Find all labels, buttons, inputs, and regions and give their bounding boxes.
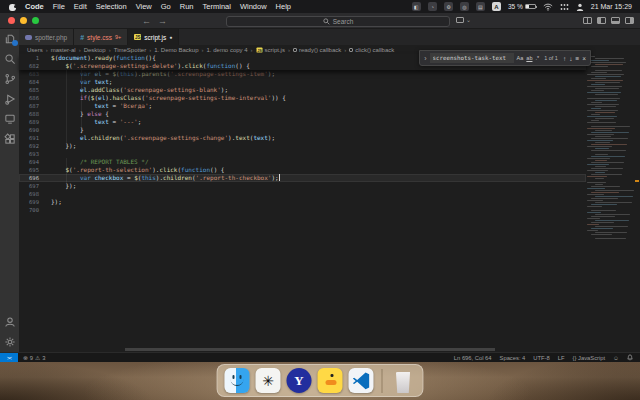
search-sidebar-icon[interactable] [3,52,17,65]
menu-go[interactable]: Go [161,2,171,11]
whole-word-icon[interactable]: ab [526,55,532,61]
breadcrumb-item[interactable]: master-al [51,47,76,53]
remote-explorer-icon[interactable] [3,112,17,125]
encoding-status[interactable]: UTF-8 [533,355,549,361]
code-line-700[interactable]: 700 [19,206,586,214]
apple-menu-icon[interactable] [8,3,16,11]
code-line-689[interactable]: 689 text = '---'; [19,118,586,126]
breadcrumb-item[interactable]: Desktop [84,47,106,53]
toggle-primary-sidebar-icon[interactable] [597,17,606,24]
find-in-selection-icon[interactable]: ≡ [575,55,579,62]
breadcrumb-item[interactable]: 1. Demo Backup [154,47,198,53]
breadcrumb-item[interactable]: 1. demo copy 4 [207,47,248,53]
code-line-690[interactable]: 690 } [19,126,586,134]
source-control-icon[interactable] [3,72,17,85]
input-source-icon[interactable]: A [492,2,501,11]
status-menu-icon-3[interactable]: ◎ [460,2,469,11]
explorer-icon[interactable] [3,32,17,45]
menu-terminal[interactable]: Terminal [203,2,231,11]
eol-status[interactable]: LF [558,355,565,361]
customize-layout-icon[interactable] [583,17,592,24]
menu-window[interactable]: Window [240,2,267,11]
code-line-696[interactable]: 696 var checkbox = $(this).children('.re… [19,174,586,182]
code-line-683[interactable]: 683 var el = $(this).parents('.screenpag… [19,70,586,78]
editor[interactable]: 1$(document).ready(function(){682 $('.sc… [19,54,640,347]
user-menu-icon[interactable] [576,3,584,11]
go-forward-icon[interactable]: → [158,13,167,29]
code-line-688[interactable]: 688 } else { [19,110,586,118]
code-line-686[interactable]: 686 if($(el).hasClass('screenpage-settin… [19,94,586,102]
code-line-685[interactable]: 685 el.addClass('screenpage-settings-bla… [19,86,586,94]
remote-indicator[interactable]: >< [0,353,18,362]
next-match-icon[interactable]: ↓ [569,55,572,62]
dock-chatgpt-icon[interactable]: ✳ [256,368,281,393]
dock-yandex-browser-icon[interactable]: Y [287,368,312,393]
control-center-icon[interactable] [560,3,569,11]
dock-trash-icon[interactable] [391,368,416,393]
menu-view[interactable]: View [136,2,152,11]
account-icon[interactable] [3,315,17,328]
menu-selection[interactable]: Selection [96,2,127,11]
problems-status[interactable]: ⊗ 9 ⚠ 3 [23,355,46,361]
code-line-694[interactable]: 694 /* REPORT TABLES */ [19,158,586,166]
code-line-698[interactable]: 698 [19,190,586,198]
breadcrumb-item[interactable]: ready() callback [293,47,341,53]
status-menu-gear-icon[interactable]: ⚙ [444,2,453,11]
code-line-697[interactable]: 697 }); [19,182,586,190]
dock-finder-icon[interactable] [225,368,250,393]
tab-spotter.php[interactable]: spotter.php [19,29,74,45]
minimize-window-button[interactable] [20,17,27,24]
find-expand-chevron-icon[interactable]: › [424,55,426,62]
screen-device-menu[interactable]: ⌄ [456,16,471,23]
code-line-684[interactable]: 684 var text; [19,78,586,86]
regex-icon[interactable]: .* [535,55,539,61]
scrollbar-thumb[interactable] [125,348,495,351]
code-line-692[interactable]: 692 }); [19,142,586,150]
wifi-icon[interactable] [543,3,553,11]
breadcrumb-item[interactable]: JSscript.js [256,47,285,53]
breadcrumb-item[interactable]: TimeSpotter [114,47,146,53]
previous-match-icon[interactable]: ↑ [563,55,566,62]
match-case-icon[interactable]: Aa [517,55,524,61]
code-line-699[interactable]: 699}); [19,198,586,206]
run-debug-icon[interactable] [3,92,17,105]
horizontal-scrollbar[interactable] [19,347,640,352]
menubar-clock[interactable]: 21 Mar 15:29 [591,3,632,10]
breadcrumb-item[interactable]: click() callback [349,47,394,53]
code-line-693[interactable]: 693 [19,150,586,158]
code-line-687[interactable]: 687 text = 'Всегда'; [19,102,586,110]
extensions-icon[interactable] [3,132,17,145]
notifications-bell-icon[interactable] [627,354,633,362]
minimap[interactable] [587,56,633,240]
tab-script.js[interactable]: JSscript.js● [128,29,179,45]
menu-run[interactable]: Run [180,2,194,11]
toggle-panel-icon[interactable] [611,17,620,24]
menu-edit[interactable]: Edit [74,2,87,11]
settings-gear-icon[interactable] [3,335,17,348]
toggle-secondary-sidebar-icon[interactable] [625,17,634,24]
modified-dot-icon[interactable]: ● [169,34,172,40]
breadcrumb-item[interactable]: Users [27,47,43,53]
dock-cyberduck-icon[interactable] [318,368,343,393]
zoom-window-button[interactable] [32,17,39,24]
code-line-695[interactable]: 695 $('.report-th-selection').click(func… [19,166,586,174]
battery-indicator[interactable]: 35 % [508,3,536,10]
status-menu-icon-2[interactable]: ◔ [428,2,437,11]
status-menu-icon-1[interactable]: ◧ [412,2,421,11]
indentation-status[interactable]: Spaces: 4 [500,355,526,361]
close-window-button[interactable] [8,17,15,24]
status-menu-icon-4[interactable]: ▤ [476,2,485,11]
go-back-icon[interactable]: ← [142,13,151,29]
tab-style.css[interactable]: #style.css9+ [74,29,128,45]
menu-help[interactable]: Help [276,2,291,11]
feedback-icon[interactable]: ☺ [613,355,619,361]
close-find-icon[interactable]: × [582,55,586,62]
dock-vscode-icon[interactable] [349,368,374,393]
menu-file[interactable]: File [53,2,65,11]
command-center-search[interactable]: Search [226,16,450,27]
language-status[interactable]: {} JavaScript [573,355,606,361]
cursor-position[interactable]: Ln 696, Col 64 [454,355,492,361]
app-menu-code[interactable]: Code [25,2,44,11]
code-line-691[interactable]: 691 el.children('.screenpage-settings-ch… [19,134,586,142]
find-input[interactable] [430,53,514,63]
